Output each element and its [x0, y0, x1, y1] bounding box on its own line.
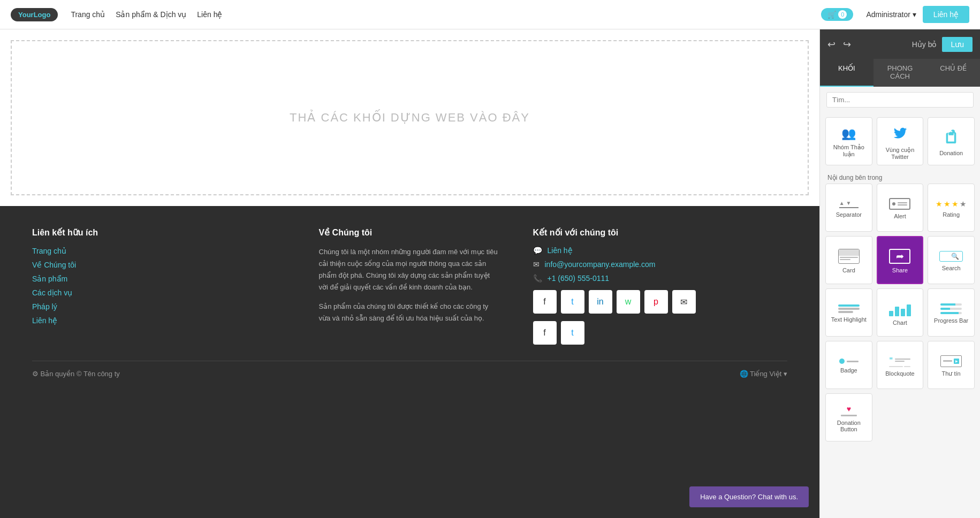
social-btn-wa[interactable]: w — [617, 290, 640, 314]
alert-icon — [889, 198, 910, 210]
right-panel: ↩ ↪ Hủy bỏ Lưu KHỐI PHONG CÁCH CHỦ ĐỀ — [819, 29, 980, 518]
panel-content: 👥 Nhóm Thảo luận Vùng cuộn Twitter Donat… — [820, 113, 980, 518]
block-card[interactable]: Card — [825, 236, 872, 284]
block-label-donation: Donation — [939, 150, 963, 156]
chat-widget[interactable]: Have a Question? Chat with us. — [689, 486, 809, 507]
block-nhom-thao-luan[interactable]: 👥 Nhóm Thảo luận — [825, 117, 872, 165]
donation-button-icon: ♥ — [841, 405, 857, 416]
footer-link-4[interactable]: Pháp lý — [32, 302, 57, 311]
block-newsletter[interactable]: ▶ Thư tín — [928, 341, 975, 389]
block-grid: ▲ ▼ Separator Alert — [825, 184, 975, 441]
footer-about-text: Chúng tôi là một nhóm những người đam mê… — [319, 246, 501, 293]
page-content: THẢ CÁC KHỐI DỰNG WEB VÀO ĐÂY Liên kết h… — [0, 29, 819, 518]
twitter-icon — [893, 125, 908, 143]
block-vung-cuon-twitter[interactable]: Vùng cuộn Twitter — [877, 117, 924, 165]
contact-link-email[interactable]: info@yourcompany.example.com — [545, 260, 656, 269]
panel-topbar: ↩ ↪ Hủy bỏ Lưu — [820, 29, 980, 59]
share-icon: ➦ — [889, 249, 910, 264]
footer-col-links: Liên kết hữu ích Trang chủ Về Chúng tôi … — [32, 227, 287, 345]
contact-link-lienhe[interactable]: Liên hệ — [548, 246, 573, 255]
separator-icon: ▲ ▼ — [839, 200, 859, 208]
social-btn-fb1[interactable]: f — [533, 290, 557, 314]
badge-icon — [839, 359, 859, 364]
panel-tabs: KHỐI PHONG CÁCH CHỦ ĐỀ — [820, 59, 980, 87]
panel-topbar-right: Hủy bỏ Lưu — [912, 37, 973, 52]
nav-right: Administrator ▾ Liên hệ — [866, 6, 969, 23]
cart-badge: 0 — [838, 10, 847, 19]
search-icon: 🔍 — [939, 251, 963, 262]
admin-dropdown[interactable]: Administrator ▾ — [866, 10, 916, 19]
block-progress-bar[interactable]: Progress Bar — [928, 288, 975, 337]
block-rating[interactable]: ★ ★ ★ ★ Rating — [928, 184, 975, 232]
block-alert[interactable]: Alert — [877, 184, 924, 232]
footer-link-2[interactable]: Sản phẩm — [32, 275, 67, 283]
footer-col-about: Về Chúng tôi Chúng tôi là một nhóm những… — [319, 227, 501, 345]
contact-item-1: ✉ info@yourcompany.example.com — [533, 260, 788, 269]
social-buttons: f t in w p ✉ — [533, 290, 788, 314]
newsletter-icon: ▶ — [940, 355, 962, 367]
social-btn-em[interactable]: ✉ — [672, 290, 696, 314]
search-input[interactable] — [826, 92, 974, 108]
block-chart[interactable]: Chart — [877, 288, 924, 337]
blockquote-icon: " — [889, 356, 910, 367]
social-buttons-row2: f t — [533, 321, 788, 345]
nav-trang-chu[interactable]: Trang chủ — [71, 10, 105, 19]
footer-links-list: Trang chủ Về Chúng tôi Sản phẩm Các dịch… — [32, 246, 287, 325]
card-icon — [838, 249, 860, 264]
social-btn-tw2[interactable]: t — [561, 321, 584, 345]
footer-link-1[interactable]: Về Chúng tôi — [32, 261, 76, 269]
footer: Liên kết hữu ích Trang chủ Về Chúng tôi … — [0, 206, 819, 518]
tab-chu-de[interactable]: CHỦ ĐỀ — [926, 59, 980, 87]
footer-top: Liên kết hữu ích Trang chủ Về Chúng tôi … — [32, 227, 787, 345]
block-label-twitter: Vùng cuộn Twitter — [880, 147, 920, 160]
social-btn-fb2[interactable]: f — [533, 321, 557, 345]
logo[interactable]: YourLogo — [11, 8, 58, 21]
chart-icon — [889, 301, 911, 316]
social-btn-tw1[interactable]: t — [561, 290, 584, 314]
progress-bar-icon — [940, 303, 962, 314]
panel-topbar-actions: ↩ ↪ — [827, 39, 851, 50]
block-search[interactable]: 🔍 Search — [928, 236, 975, 284]
rating-icon: ★ ★ ★ ★ — [936, 200, 967, 208]
nav-links: Trang chủ Sản phẩm & Dịch vụ Liên hệ — [71, 10, 808, 19]
block-separator[interactable]: ▲ ▼ Separator — [825, 184, 872, 232]
cancel-button[interactable]: Hủy bỏ — [912, 40, 937, 49]
block-blockquote[interactable]: " Blockquote — [877, 341, 924, 389]
block-donation[interactable]: Donation — [928, 117, 975, 165]
navbar: YourLogo Trang chủ Sản phẩm & Dịch vụ Li… — [0, 0, 980, 29]
tab-khoi[interactable]: KHỐI — [820, 59, 873, 87]
block-share[interactable]: ➦ Share — [877, 236, 924, 284]
contact-link-phone[interactable]: +1 (650) 555-0111 — [548, 274, 610, 283]
redo-icon[interactable]: ↪ — [843, 39, 851, 50]
undo-icon[interactable]: ↩ — [827, 39, 835, 50]
contact-button[interactable]: Liên hệ — [923, 6, 969, 23]
nav-lien-he[interactable]: Liên hệ — [197, 10, 222, 19]
nav-san-pham[interactable]: Sản phẩm & Dịch vụ — [116, 10, 186, 19]
block-text-highlight[interactable]: Text Highlight — [825, 288, 872, 337]
text-highlight-icon — [838, 304, 860, 313]
main-layout: THẢ CÁC KHỐI DỰNG WEB VÀO ĐÂY Liên kết h… — [0, 29, 980, 518]
footer-bottom: ⚙ Bản quyền © Tên công ty 🌐 Tiếng Việt ▾ — [32, 361, 787, 378]
block-label-nhom: Nhóm Thảo luận — [829, 144, 869, 158]
drop-zone-text: THẢ CÁC KHỐI DỰNG WEB VÀO ĐÂY — [290, 111, 530, 125]
footer-link-3[interactable]: Các dịch vụ — [32, 288, 72, 297]
block-badge[interactable]: Badge — [825, 341, 872, 389]
footer-link-5[interactable]: Liên hệ — [32, 316, 57, 325]
footer-col1-title: Liên kết hữu ích — [32, 227, 287, 238]
drop-zone[interactable]: THẢ CÁC KHỐI DỰNG WEB VÀO ĐÂY — [11, 40, 809, 195]
footer-about-text2: Sản phẩm của chúng tôi được thiết kế cho… — [319, 301, 501, 324]
nav-cart-button[interactable]: 🛒 0 — [821, 8, 853, 21]
footer-link-0[interactable]: Trang chủ — [32, 247, 66, 255]
group-icon: 👥 — [841, 127, 856, 141]
social-btn-pi[interactable]: p — [644, 290, 668, 314]
panel-search — [820, 87, 980, 113]
footer-col3-title: Kết nối với chúng tôi — [533, 227, 788, 238]
social-btn-li[interactable]: in — [589, 290, 612, 314]
footer-col-contact: Kết nối với chúng tôi 💬 Liên hệ ✉ info@y… — [533, 227, 788, 345]
block-donation-button[interactable]: ♥ Donation Button — [825, 393, 872, 441]
tab-phong-cach[interactable]: PHONG CÁCH — [873, 59, 927, 87]
copyright: ⚙ Bản quyền © Tên công ty — [32, 370, 120, 378]
language-switcher[interactable]: 🌐 Tiếng Việt ▾ — [740, 370, 787, 378]
section-label: Nội dung bên trong — [825, 171, 975, 184]
save-button[interactable]: Lưu — [942, 37, 973, 52]
